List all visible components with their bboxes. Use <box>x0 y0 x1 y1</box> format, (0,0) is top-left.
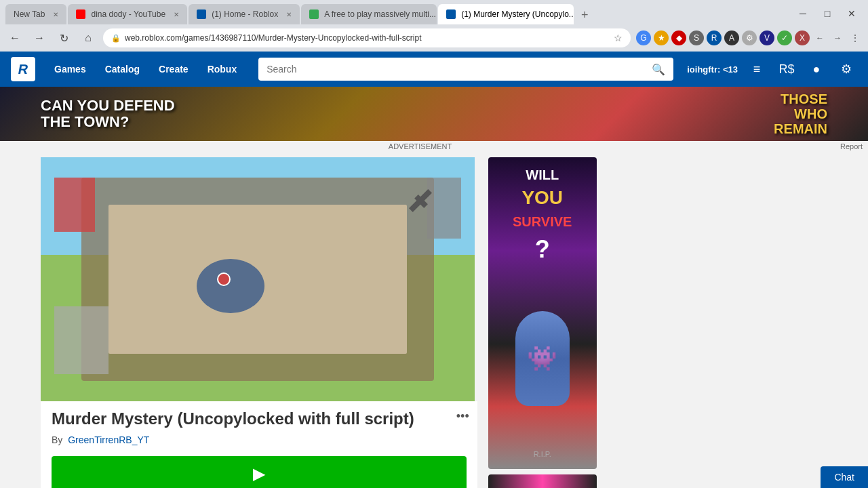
main-content: ••• Murder Mystery (Uncopylocked with fu… <box>0 152 868 488</box>
nav-create[interactable]: Create <box>151 58 197 80</box>
new-tab-button[interactable]: + <box>575 5 594 24</box>
tab-new-tab[interactable]: New Tab ✕ <box>5 4 66 24</box>
ad-survive-text: SURVIVE <box>513 214 572 230</box>
search-input[interactable] <box>267 64 646 75</box>
ad-you-text: YOU <box>521 187 563 209</box>
roblox-favicon-active <box>446 9 456 19</box>
home-button[interactable]: ⌂ <box>79 28 98 47</box>
tab-new-tab-label: New Tab <box>14 9 45 19</box>
ad-label: ADVERTISEMENT <box>389 142 452 150</box>
game-panel: ••• Murder Mystery (Uncopylocked with fu… <box>41 157 477 488</box>
maximize-button[interactable]: □ <box>816 3 838 24</box>
ad-rip-text: R.I.P. <box>534 450 551 458</box>
tab-gps[interactable]: A free to play massively multi... ✕ <box>301 4 437 24</box>
tab-murder-mystery-label: (1) Murder Mystery (Uncopylo... <box>461 9 574 19</box>
nav-menu-icon[interactable]: ≡ <box>746 58 768 80</box>
bookmark-icon[interactable]: ☆ <box>614 33 623 43</box>
extension-icon-8[interactable]: V <box>760 30 774 45</box>
by-label: By <box>52 434 62 445</box>
ad-will-text: WILL <box>526 168 559 182</box>
refresh-button[interactable]: ↻ <box>54 28 73 47</box>
nav-notifications-icon[interactable]: ● <box>806 58 827 80</box>
nav-right: ioihgftr: <13 ≡ R$ ● ⚙ <box>687 58 857 80</box>
play-icon: ▶ <box>253 464 265 483</box>
tab-close-icon[interactable]: ✕ <box>53 11 58 18</box>
author-link[interactable]: GreenTirrenRB_YT <box>68 434 149 445</box>
ad-monster-figure: 👾 <box>515 274 570 442</box>
extension-icon-2[interactable]: ★ <box>654 30 669 45</box>
username-display[interactable]: ioihgftr: <13 <box>687 64 738 75</box>
extension-icon-9[interactable]: ✓ <box>777 30 792 45</box>
game-info: ••• Murder Mystery (Uncopylocked with fu… <box>41 401 477 488</box>
tab-roblox-home-label: (1) Home - Roblox <box>212 9 278 19</box>
extension-icon-6[interactable]: A <box>724 30 739 45</box>
browser-chrome: New Tab ✕ dina dody - YouTube ✕ (1) Home… <box>0 0 868 52</box>
minimize-button[interactable]: ─ <box>792 3 814 24</box>
extension-icon-1[interactable]: G <box>636 30 651 45</box>
nav-games[interactable]: Games <box>46 58 94 80</box>
forward-button[interactable]: → <box>30 28 49 47</box>
ad-report-button[interactable]: Report <box>840 142 863 150</box>
game-title: Murder Mystery (Uncopylocked with full s… <box>52 409 467 429</box>
close-window-button[interactable]: ✕ <box>841 3 863 24</box>
nav-robux[interactable]: Robux <box>199 58 245 80</box>
browser-menu[interactable]: ⋮ <box>848 30 863 45</box>
tab-youtube-label: dina dody - YouTube <box>91 9 165 19</box>
chat-button[interactable]: Chat <box>821 466 868 488</box>
roblox-logo[interactable]: R <box>11 57 35 81</box>
extension-icon-12[interactable]: → <box>830 30 845 45</box>
ad-left-text: CAN YOU DEFENDTHE TOWN? <box>41 98 175 130</box>
ad-question-mark: ? <box>535 235 550 264</box>
extension-icon-5[interactable]: R <box>707 30 722 45</box>
search-bar[interactable]: 🔍 <box>258 58 673 81</box>
right-ad[interactable]: WILL YOU SURVIVE ? 👾 R.I.P. THE DARK OLY… <box>488 157 597 488</box>
ad-banner[interactable]: CAN YOU DEFENDTHE TOWN? THOSEWHOREMAIN <box>0 87 868 141</box>
right-ad-image[interactable]: WILL YOU SURVIVE ? 👾 R.I.P. <box>488 157 597 469</box>
roblox-logo-text: R <box>17 62 30 77</box>
nav-robux-icon[interactable]: R$ <box>776 58 797 80</box>
lock-icon: 🔒 <box>111 34 121 43</box>
tab-gps-label: A free to play massively multi... <box>324 9 436 19</box>
tab-youtube[interactable]: dina dody - YouTube ✕ <box>68 4 187 24</box>
play-button[interactable]: ▶ <box>52 456 467 488</box>
nav-search: 🔍 <box>258 58 673 81</box>
nav-links: Games Catalog Create Robux <box>46 58 245 80</box>
extension-icon-4[interactable]: S <box>689 30 704 45</box>
game-thumbnail <box>41 157 475 401</box>
search-icon[interactable]: 🔍 <box>652 63 665 76</box>
tab-murder-mystery[interactable]: (1) Murder Mystery (Uncopylo... ✕ <box>438 4 574 24</box>
youtube-favicon <box>76 9 85 19</box>
tab-close-icon[interactable]: ✕ <box>174 11 179 18</box>
roblox-favicon <box>197 9 206 19</box>
tab-roblox-home[interactable]: (1) Home - Roblox ✕ <box>189 4 300 24</box>
ad-label-row: ADVERTISEMENT Report <box>0 141 868 152</box>
extension-icon-10[interactable]: X <box>795 30 810 45</box>
extension-icon-7[interactable]: ⚙ <box>742 30 757 45</box>
nav-catalog[interactable]: Catalog <box>97 58 148 80</box>
address-text: web.roblox.com/games/1436987110/Murder-M… <box>125 33 610 43</box>
roblox-navbar: R Games Catalog Create Robux 🔍 ioihgftr:… <box>0 52 868 87</box>
ad-bottom-banner[interactable]: THE DARK OLYMPIANS <box>488 474 597 488</box>
tab-bar: New Tab ✕ dina dody - YouTube ✕ (1) Home… <box>0 0 868 24</box>
more-options-button[interactable]: ••• <box>456 409 469 424</box>
back-button[interactable]: ← <box>5 28 24 47</box>
gps-favicon <box>309 9 319 19</box>
address-bar-row: ← → ↻ ⌂ 🔒 web.roblox.com/games/143698711… <box>0 24 868 52</box>
toolbar-icons: G ★ ◆ S R A ⚙ V ✓ X ← → ⋮ <box>636 30 863 45</box>
nav-settings-icon[interactable]: ⚙ <box>835 58 857 80</box>
game-author: By GreenTirrenRB_YT <box>52 434 467 445</box>
address-bar[interactable]: 🔒 web.roblox.com/games/1436987110/Murder… <box>103 28 631 47</box>
extension-icon-3[interactable]: ◆ <box>671 30 686 45</box>
tab-close-icon[interactable]: ✕ <box>286 11 292 18</box>
ad-right-text: THOSEWHOREMAIN <box>774 92 827 136</box>
extension-icon-11[interactable]: ← <box>812 30 827 45</box>
